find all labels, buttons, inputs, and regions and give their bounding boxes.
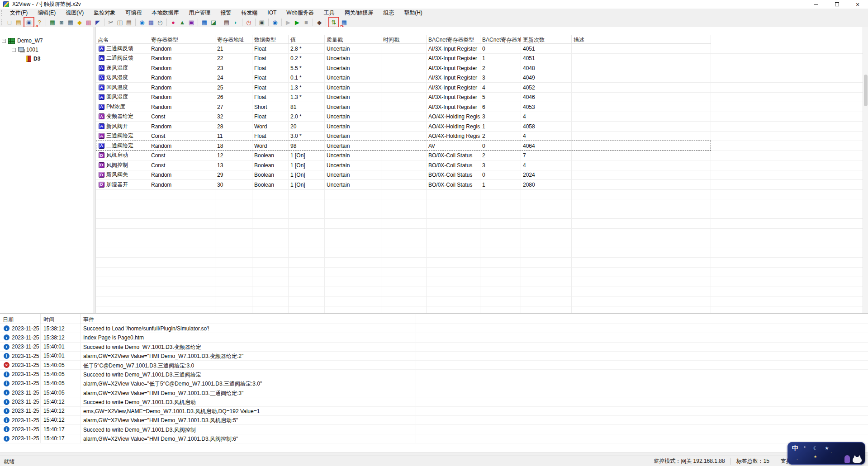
table-row[interactable]: A送风温度Random23Float5.5 *UncertainAI/3X-In…	[96, 63, 863, 73]
menu-drag-handle[interactable]	[1, 10, 3, 16]
tree-item-D3[interactable]: D3	[0, 54, 93, 63]
ime-widget[interactable]: 中 ° ☾ ★ ★ · ·	[787, 442, 865, 465]
table-row[interactable]: A三通阀给定Const11Float3.0 *UncertainAO/4X-Ho…	[96, 132, 863, 141]
flag-icon[interactable]: ▲	[178, 18, 187, 27]
menu-item[interactable]: 视图(V)	[61, 9, 89, 17]
menu-item[interactable]: 监控对象	[89, 9, 120, 17]
column-header[interactable]: BACnet寄存器地址	[480, 35, 521, 43]
menu-item[interactable]: 帮助(H)	[399, 9, 427, 17]
magic-wand-icon[interactable]: ◆	[75, 18, 84, 27]
log-row[interactable]: i2023-11-2515:40:12ems,GW=X2View,NAME=De…	[0, 407, 868, 416]
column-header[interactable]: BACnet寄存器类型	[427, 35, 480, 43]
log-row[interactable]: i2023-11-2515:40:05alarm,GW=X2View Value…	[0, 379, 868, 388]
menu-item[interactable]: 编辑(E)	[33, 9, 61, 17]
pointer-icon[interactable]: ◤	[93, 18, 102, 27]
program-icon[interactable]: ▣	[187, 18, 196, 27]
tree-item-1001[interactable]: 1001	[0, 45, 93, 54]
computer-disk-icon[interactable]: ▣	[257, 18, 266, 27]
log-row[interactable]: i2023-11-2515:40:05alarm,GW=X2View Value…	[0, 388, 868, 397]
ime-language-icon[interactable]: 中	[792, 444, 798, 452]
table-row[interactable]: D新风阀关Random29Boolean1 [On]UncertainBO/0X…	[96, 170, 863, 180]
table-row[interactable]: A二通阀反馈Random22Float0.2 *UncertainAI/3X-I…	[96, 54, 863, 64]
cut-icon[interactable]: ✂	[106, 18, 115, 27]
tree-expander[interactable]	[12, 48, 16, 52]
new-doc-icon[interactable]: □	[5, 18, 14, 27]
log-row[interactable]: i2023-11-2515:40:17Succeed to write Demo…	[0, 425, 868, 434]
column-header[interactable]: 更新次数	[521, 35, 572, 43]
clipboard-icon[interactable]: ◪	[209, 18, 218, 27]
column-header[interactable]: 时间戳	[381, 35, 427, 43]
stopwatch-icon[interactable]: ◴	[156, 18, 165, 27]
camera-icon[interactable]: ◙	[57, 18, 66, 27]
open-folder-icon[interactable]: ▤	[14, 18, 23, 27]
menu-item[interactable]: Web服务器	[281, 9, 318, 17]
log-column-header[interactable]: 时间	[41, 314, 81, 324]
log-row[interactable]: i2023-11-2515:38:12Index Page is Page0.h…	[0, 333, 868, 342]
log-row[interactable]: i2023-11-2515:38:12Succeed to Load '/hom…	[0, 324, 868, 333]
save-icon[interactable]: ▣	[24, 18, 33, 27]
column-header[interactable]: 寄存器地址	[215, 35, 252, 43]
minimize-button[interactable]	[806, 0, 826, 9]
vertical-scrollbar[interactable]	[863, 27, 868, 313]
log-row[interactable]: i2023-11-2515:40:01Succeed to write Demo…	[0, 343, 868, 352]
play-icon[interactable]: ▶	[293, 18, 302, 27]
table-row[interactable]: A送风湿度Random24Float0.1 *UncertainAI/3X-In…	[96, 73, 863, 83]
menu-item[interactable]: 转发端	[236, 9, 262, 17]
vertical-scrollbar-thumb[interactable]	[864, 75, 868, 106]
log-row[interactable]: i2023-11-2515:40:12Succeed to write Demo…	[0, 397, 868, 406]
eye-icon[interactable]: ◉	[270, 18, 280, 27]
tree-expander[interactable]	[2, 39, 6, 43]
menu-item[interactable]: 组态	[378, 9, 399, 17]
table-row[interactable]: D风阀控制Const13Boolean1 [On]UncertainBO/0X-…	[96, 160, 863, 170]
play-disabled-icon[interactable]: ▶	[284, 18, 293, 27]
stop-icon[interactable]: ■	[302, 18, 311, 27]
window-colors-icon[interactable]: ▦	[200, 18, 209, 27]
monitor-icon[interactable]: ▦	[48, 18, 57, 27]
tree-item-Demo_W7[interactable]: Demo_W7	[0, 36, 93, 45]
tools-icon[interactable]: ◆	[315, 18, 324, 27]
menu-item[interactable]: 本地数据库	[147, 9, 184, 17]
menu-item[interactable]: 文件(F)	[5, 9, 33, 17]
column-header[interactable]: 值	[289, 35, 325, 43]
menu-item[interactable]: 可编程	[120, 9, 147, 17]
table-row[interactable]: A新风阀开Random28Word20UncertainAO/4X-Holdin…	[96, 122, 863, 132]
paste-icon[interactable]: ▤	[124, 18, 133, 27]
close-button[interactable]: ×	[847, 0, 868, 9]
palette-icon[interactable]: ◉	[138, 18, 147, 27]
bird-pen-icon[interactable]: ◗	[231, 18, 240, 27]
column-header[interactable]: 点名	[96, 35, 149, 43]
column-header[interactable]: 数据类型	[252, 35, 289, 43]
table-row[interactable]: A回风湿度Random26Float1.3 *UncertainAI/3X-In…	[96, 93, 863, 103]
doc-pen-icon[interactable]: ▤	[222, 18, 231, 27]
alarm-clock-icon[interactable]: ◷	[244, 18, 253, 27]
table-row[interactable]: D加湿器开Random30Boolean1 [On]UncertainBO/0X…	[96, 180, 863, 190]
table-dots-icon[interactable]: ▩	[147, 18, 156, 27]
ime-toolbar-icons[interactable]: ° ☾ ★	[804, 446, 832, 451]
menu-item[interactable]: 网关/触摸屏	[340, 9, 378, 17]
horizontal-scrollbar[interactable]	[0, 452, 868, 456]
table-row[interactable]: APM浓度Random27Short81UncertainAI/3X-Input…	[96, 102, 863, 112]
column-header[interactable]: 质量戳	[325, 35, 381, 43]
toolbar-drag-handle[interactable]	[1, 19, 3, 25]
table-row[interactable]: A三通阀反馈Random21Float2.8 *UncertainAI/3X-I…	[96, 44, 863, 54]
table-row[interactable]: D风机启动Const12Boolean1 [On]UncertainBO/0X-…	[96, 151, 863, 161]
table-row[interactable]: A回风温度Random25Float1.3 *UncertainAI/3X-In…	[96, 83, 863, 93]
copy-icon[interactable]: ◫	[115, 18, 124, 27]
maximize-button[interactable]	[826, 0, 847, 9]
sync-icon[interactable]: ⇅	[329, 18, 338, 27]
log-row[interactable]: ×2023-11-2515:40:05低于5°C@Demo_W7.1001.D3…	[0, 361, 868, 370]
menu-item[interactable]: 报警	[215, 9, 236, 17]
window-grid-icon[interactable]: ▦	[66, 18, 75, 27]
user-icon[interactable]: ●	[169, 18, 178, 27]
tree-splitter[interactable]	[93, 27, 96, 313]
menu-item[interactable]: 工具	[319, 9, 340, 17]
menu-item[interactable]: IOT	[262, 9, 281, 17]
log-row[interactable]: i2023-11-2515:40:17alarm,GW=X2View Value…	[0, 434, 868, 443]
column-header[interactable]: 寄存器类型	[149, 35, 215, 43]
menu-item[interactable]: 用户管理	[184, 9, 215, 17]
log-row[interactable]: i2023-11-2515:40:05Succeed to write Demo…	[0, 370, 868, 379]
red-grid-icon[interactable]: ▥	[84, 18, 93, 27]
log-row[interactable]: i2023-11-2515:40:01alarm,GW=X2View Value…	[0, 352, 868, 361]
column-header[interactable]: 描述	[572, 35, 711, 43]
log-column-header[interactable]: 事件	[81, 314, 416, 324]
